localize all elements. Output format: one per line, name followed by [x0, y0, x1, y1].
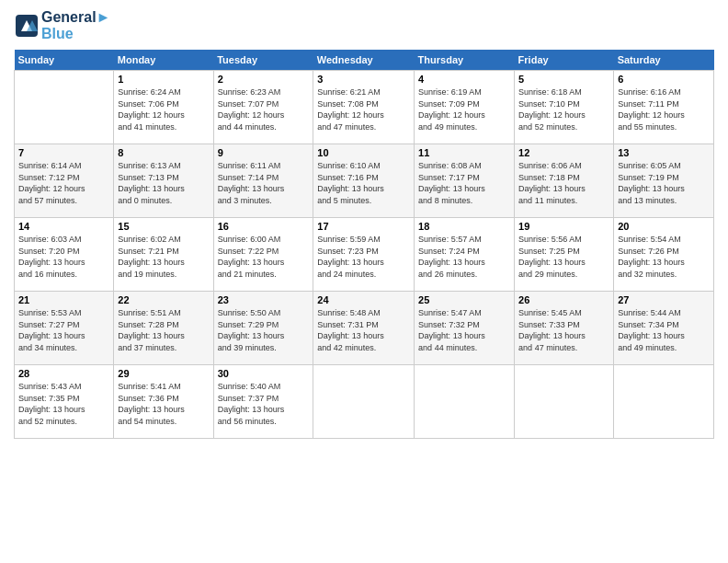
day-number: 21	[18, 294, 109, 305]
calendar-cell: 11Sunrise: 6:08 AM Sunset: 7:17 PM Dayli…	[415, 144, 515, 218]
calendar-cell: 5Sunrise: 6:18 AM Sunset: 7:10 PM Daylig…	[515, 71, 614, 144]
day-info: Sunrise: 6:13 AM Sunset: 7:13 PM Dayligh…	[118, 160, 209, 206]
calendar-cell	[15, 71, 114, 144]
calendar-cell: 19Sunrise: 5:56 AM Sunset: 7:25 PM Dayli…	[515, 218, 614, 292]
calendar-cell: 28Sunrise: 5:43 AM Sunset: 7:35 PM Dayli…	[15, 365, 114, 439]
day-info: Sunrise: 5:44 AM Sunset: 7:34 PM Dayligh…	[618, 307, 710, 353]
day-number: 24	[317, 294, 410, 305]
day-number: 19	[518, 221, 609, 232]
day-info: Sunrise: 6:06 AM Sunset: 7:18 PM Dayligh…	[518, 160, 609, 206]
weekday-header-sunday: Sunday	[15, 50, 114, 71]
week-row-4: 21Sunrise: 5:53 AM Sunset: 7:27 PM Dayli…	[15, 292, 714, 365]
calendar-cell: 24Sunrise: 5:48 AM Sunset: 7:31 PM Dayli…	[313, 292, 415, 365]
day-number: 30	[218, 368, 310, 379]
calendar-cell: 27Sunrise: 5:44 AM Sunset: 7:34 PM Dayli…	[614, 292, 714, 365]
day-info: Sunrise: 6:11 AM Sunset: 7:14 PM Dayligh…	[218, 160, 310, 206]
day-info: Sunrise: 5:59 AM Sunset: 7:23 PM Dayligh…	[317, 234, 410, 280]
week-row-1: 1Sunrise: 6:24 AM Sunset: 7:06 PM Daylig…	[15, 71, 714, 144]
calendar-cell: 9Sunrise: 6:11 AM Sunset: 7:14 PM Daylig…	[213, 144, 313, 218]
day-info: Sunrise: 6:05 AM Sunset: 7:19 PM Dayligh…	[618, 160, 710, 206]
weekday-header-saturday: Saturday	[614, 50, 714, 71]
calendar-cell: 20Sunrise: 5:54 AM Sunset: 7:26 PM Dayli…	[614, 218, 714, 292]
calendar-cell: 8Sunrise: 6:13 AM Sunset: 7:13 PM Daylig…	[114, 144, 213, 218]
day-info: Sunrise: 5:56 AM Sunset: 7:25 PM Dayligh…	[518, 234, 609, 280]
day-number: 16	[218, 221, 310, 232]
day-number: 25	[418, 294, 510, 305]
calendar-cell: 25Sunrise: 5:47 AM Sunset: 7:32 PM Dayli…	[415, 292, 515, 365]
day-number: 9	[218, 147, 310, 158]
day-info: Sunrise: 5:47 AM Sunset: 7:32 PM Dayligh…	[418, 307, 510, 353]
day-number: 11	[418, 147, 510, 158]
day-info: Sunrise: 5:54 AM Sunset: 7:26 PM Dayligh…	[618, 234, 710, 280]
weekday-header-tuesday: Tuesday	[213, 50, 313, 71]
day-number: 22	[118, 294, 209, 305]
day-info: Sunrise: 6:10 AM Sunset: 7:16 PM Dayligh…	[317, 160, 410, 206]
day-info: Sunrise: 5:48 AM Sunset: 7:31 PM Dayligh…	[317, 307, 410, 353]
calendar-cell: 7Sunrise: 6:14 AM Sunset: 7:12 PM Daylig…	[15, 144, 114, 218]
calendar-cell: 29Sunrise: 5:41 AM Sunset: 7:36 PM Dayli…	[114, 365, 213, 439]
weekday-header-row: SundayMondayTuesdayWednesdayThursdayFrid…	[15, 50, 714, 71]
calendar-cell	[415, 365, 515, 439]
day-number: 10	[317, 147, 410, 158]
calendar-cell	[313, 365, 415, 439]
day-info: Sunrise: 6:03 AM Sunset: 7:20 PM Dayligh…	[18, 234, 109, 280]
day-number: 15	[118, 221, 209, 232]
weekday-header-monday: Monday	[114, 50, 213, 71]
calendar-cell	[614, 365, 714, 439]
calendar-cell	[515, 365, 614, 439]
calendar-cell: 12Sunrise: 6:06 AM Sunset: 7:18 PM Dayli…	[515, 144, 614, 218]
day-number: 20	[618, 221, 710, 232]
calendar-cell: 18Sunrise: 5:57 AM Sunset: 7:24 PM Dayli…	[415, 218, 515, 292]
day-info: Sunrise: 6:19 AM Sunset: 7:09 PM Dayligh…	[418, 86, 510, 132]
day-number: 17	[317, 221, 410, 232]
week-row-2: 7Sunrise: 6:14 AM Sunset: 7:12 PM Daylig…	[15, 144, 714, 218]
week-row-3: 14Sunrise: 6:03 AM Sunset: 7:20 PM Dayli…	[15, 218, 714, 292]
day-number: 3	[317, 74, 410, 85]
day-number: 13	[618, 147, 710, 158]
day-info: Sunrise: 6:02 AM Sunset: 7:21 PM Dayligh…	[118, 234, 209, 280]
calendar-container: General► Blue SundayMondayTuesdayWednesd…	[0, 0, 728, 563]
day-info: Sunrise: 5:50 AM Sunset: 7:29 PM Dayligh…	[218, 307, 310, 353]
calendar-cell: 1Sunrise: 6:24 AM Sunset: 7:06 PM Daylig…	[114, 71, 213, 144]
calendar-cell: 13Sunrise: 6:05 AM Sunset: 7:19 PM Dayli…	[614, 144, 714, 218]
day-number: 26	[518, 294, 609, 305]
weekday-header-friday: Friday	[515, 50, 614, 71]
day-info: Sunrise: 5:51 AM Sunset: 7:28 PM Dayligh…	[118, 307, 209, 353]
day-info: Sunrise: 5:53 AM Sunset: 7:27 PM Dayligh…	[18, 307, 109, 353]
calendar-table: SundayMondayTuesdayWednesdayThursdayFrid…	[14, 50, 714, 439]
calendar-cell: 2Sunrise: 6:23 AM Sunset: 7:07 PM Daylig…	[213, 71, 313, 144]
day-number: 28	[18, 368, 109, 379]
day-info: Sunrise: 5:57 AM Sunset: 7:24 PM Dayligh…	[418, 234, 510, 280]
week-row-5: 28Sunrise: 5:43 AM Sunset: 7:35 PM Dayli…	[15, 365, 714, 439]
calendar-cell: 16Sunrise: 6:00 AM Sunset: 7:22 PM Dayli…	[213, 218, 313, 292]
day-info: Sunrise: 5:41 AM Sunset: 7:36 PM Dayligh…	[118, 381, 209, 427]
day-info: Sunrise: 6:00 AM Sunset: 7:22 PM Dayligh…	[218, 234, 310, 280]
calendar-cell: 4Sunrise: 6:19 AM Sunset: 7:09 PM Daylig…	[415, 71, 515, 144]
calendar-cell: 3Sunrise: 6:21 AM Sunset: 7:08 PM Daylig…	[313, 71, 415, 144]
day-info: Sunrise: 6:14 AM Sunset: 7:12 PM Dayligh…	[18, 160, 109, 206]
day-number: 5	[518, 74, 609, 85]
day-number: 29	[118, 368, 209, 379]
logo-text: General► Blue	[41, 9, 110, 42]
calendar-cell: 21Sunrise: 5:53 AM Sunset: 7:27 PM Dayli…	[15, 292, 114, 365]
day-info: Sunrise: 6:18 AM Sunset: 7:10 PM Dayligh…	[518, 86, 609, 132]
day-number: 7	[18, 147, 109, 158]
day-info: Sunrise: 6:21 AM Sunset: 7:08 PM Dayligh…	[317, 86, 410, 132]
calendar-cell: 23Sunrise: 5:50 AM Sunset: 7:29 PM Dayli…	[213, 292, 313, 365]
logo-icon	[14, 13, 40, 39]
day-number: 14	[18, 221, 109, 232]
day-number: 27	[618, 294, 710, 305]
header: General► Blue	[14, 9, 714, 42]
day-number: 6	[618, 74, 710, 85]
day-number: 12	[518, 147, 609, 158]
day-number: 4	[418, 74, 510, 85]
calendar-cell: 30Sunrise: 5:40 AM Sunset: 7:37 PM Dayli…	[213, 365, 313, 439]
day-number: 2	[218, 74, 310, 85]
day-info: Sunrise: 5:40 AM Sunset: 7:37 PM Dayligh…	[218, 381, 310, 427]
day-info: Sunrise: 6:24 AM Sunset: 7:06 PM Dayligh…	[118, 86, 209, 132]
calendar-cell: 22Sunrise: 5:51 AM Sunset: 7:28 PM Dayli…	[114, 292, 213, 365]
calendar-cell: 15Sunrise: 6:02 AM Sunset: 7:21 PM Dayli…	[114, 218, 213, 292]
day-info: Sunrise: 6:08 AM Sunset: 7:17 PM Dayligh…	[418, 160, 510, 206]
day-info: Sunrise: 6:23 AM Sunset: 7:07 PM Dayligh…	[218, 86, 310, 132]
day-number: 8	[118, 147, 209, 158]
